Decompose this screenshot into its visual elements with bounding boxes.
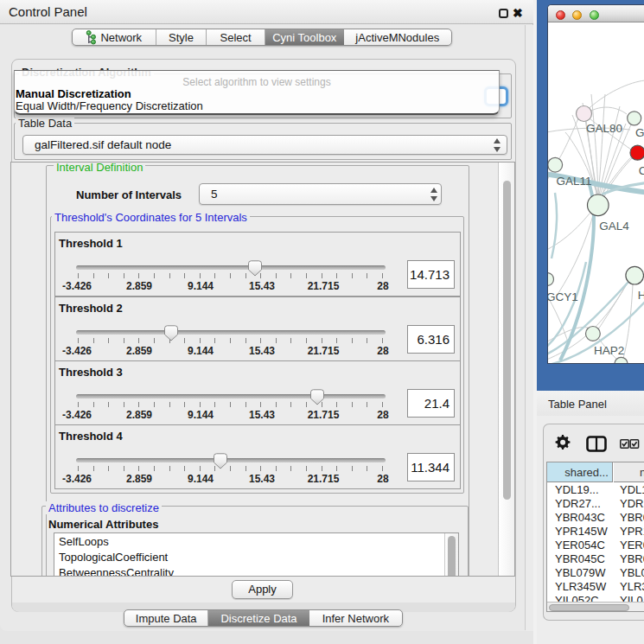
svg-text:GAL11: GAL11 bbox=[557, 175, 592, 188]
svg-text:GA: GA bbox=[635, 126, 644, 139]
svg-text:GAL4: GAL4 bbox=[599, 220, 629, 233]
svg-text:CA: CA bbox=[639, 164, 644, 177]
svg-text:HA: HA bbox=[638, 289, 644, 302]
svg-text:GAL80: GAL80 bbox=[586, 122, 622, 135]
svg-text:GCY1: GCY1 bbox=[548, 290, 578, 303]
svg-text:HAP2: HAP2 bbox=[594, 344, 624, 357]
